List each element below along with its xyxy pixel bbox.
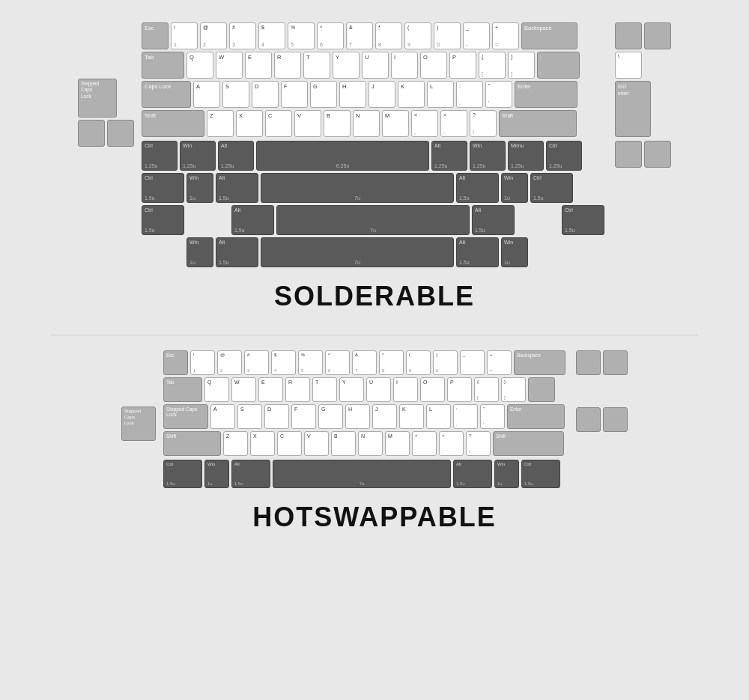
key-alt-l4[interactable]: Alt 1.5u — [216, 237, 258, 267]
hs-key-esc[interactable]: Esc — [163, 350, 188, 375]
key-alt-r3[interactable]: Alt 1.5u — [472, 205, 515, 235]
hs-key-d[interactable]: D — [264, 404, 289, 429]
key-d[interactable]: D — [252, 81, 279, 108]
key-ctrl-l1[interactable]: Ctrl 1.25u — [142, 141, 178, 171]
key-alt-l3[interactable]: Alt 1.5u — [231, 205, 274, 235]
key-c[interactable]: C — [265, 110, 292, 137]
hs-key-t[interactable]: T — [312, 377, 337, 402]
hs-key-m[interactable]: M — [385, 431, 410, 456]
key-backspace[interactable]: Backspace — [521, 22, 577, 49]
key-lbracket[interactable]: { [ — [479, 52, 506, 79]
hs-key-r[interactable]: R — [285, 377, 310, 402]
hs-key-win-r[interactable]: Win 1u — [494, 460, 519, 488]
key-ctrl-l3[interactable]: Ctrl 1.5u — [142, 205, 184, 235]
hs-key-a[interactable]: A — [210, 404, 235, 429]
key-e[interactable]: E — [245, 52, 272, 79]
hs-key-9[interactable]: ( 9 — [406, 350, 431, 375]
hs-key-comma[interactable]: < , — [412, 431, 437, 456]
hs-key-1[interactable]: ! 1 — [190, 350, 215, 375]
key-r[interactable]: R — [274, 52, 301, 79]
hs-key-w[interactable]: W — [231, 377, 256, 402]
key-backslash[interactable]: \ \ — [537, 52, 580, 79]
hs-stepped-caps-key[interactable]: SteppedCapsLock — [121, 407, 156, 441]
key-u[interactable]: U — [362, 52, 389, 79]
hs-key-rbracket[interactable]: } ] — [501, 377, 526, 402]
key-esc[interactable]: Esc — [142, 22, 169, 49]
hs-key-0[interactable]: ) 0 — [433, 350, 458, 375]
key-pipe[interactable]: \ — [615, 52, 642, 79]
key-win-l1[interactable]: Win 1.25u — [180, 141, 216, 171]
hs-key-l[interactable]: L — [426, 404, 451, 429]
key-i[interactable]: I — [391, 52, 418, 79]
hs-key-2[interactable]: @ 2 — [217, 350, 242, 375]
hs-key-ctrl-r[interactable]: Ctrl 1.5u — [521, 460, 560, 488]
key-w[interactable]: W — [216, 52, 243, 79]
hs-key-slash[interactable]: ? / — [466, 431, 491, 456]
hs-key-q[interactable]: Q — [204, 377, 229, 402]
hs-key-win-l[interactable]: Win 1u — [204, 460, 229, 488]
key-win-l2[interactable]: Win 1u — [187, 173, 213, 203]
key-9[interactable]: ( 9 — [404, 22, 431, 49]
key-quote[interactable]: " ' — [485, 81, 512, 108]
key-alt-l2[interactable]: Alt 1.5u — [216, 173, 258, 203]
key-win-l4[interactable]: Win 1u — [187, 237, 213, 267]
key-h[interactable]: H — [339, 81, 366, 108]
key-alt-r2[interactable]: Alt 1.5u — [456, 173, 499, 203]
key-enter[interactable]: Enter — [515, 81, 577, 108]
stepped-caps-key[interactable]: SteppedCapsLock — [78, 79, 117, 118]
key-period[interactable]: > . — [440, 110, 467, 137]
hs-key-k[interactable]: K — [399, 404, 424, 429]
hs-key-6[interactable]: ^ 6 — [325, 350, 350, 375]
hs-key-8[interactable]: * 8 — [379, 350, 404, 375]
key-m[interactable]: M — [382, 110, 409, 137]
hs-key-3[interactable]: # 3 — [244, 350, 269, 375]
key-comma[interactable]: < , — [411, 110, 438, 137]
key-slash[interactable]: ? / — [470, 110, 497, 137]
key-f[interactable]: F — [281, 81, 308, 108]
key-rc-tl[interactable] — [615, 22, 642, 49]
key-space-7b[interactable]: 7u — [276, 205, 470, 235]
key-lshift[interactable]: Shift — [142, 110, 204, 137]
hs-key-rc-bl[interactable] — [576, 407, 601, 432]
key-l[interactable]: L — [427, 81, 454, 108]
key-p[interactable]: P — [449, 52, 476, 79]
key-1[interactable]: ! 1 — [171, 22, 198, 49]
key-0[interactable]: ) 0 — [434, 22, 461, 49]
key-s[interactable]: S — [222, 81, 249, 108]
hs-key-backslash[interactable]: \ \ — [528, 377, 555, 402]
hs-key-alt-l[interactable]: Alt 1.5u — [231, 460, 270, 488]
key-j[interactable]: J — [369, 81, 395, 108]
key-space-7a[interactable]: 7u — [261, 173, 454, 203]
hs-key-z[interactable]: Z — [223, 431, 248, 456]
hs-key-n[interactable]: N — [358, 431, 383, 456]
key-6[interactable]: ^ 6 — [317, 22, 344, 49]
hs-key-lshift[interactable]: Shift — [163, 431, 221, 456]
hs-key-quote[interactable]: " ' — [480, 404, 505, 429]
hs-key-f[interactable]: F — [291, 404, 316, 429]
hs-key-backspace[interactable]: Backspace — [514, 350, 565, 375]
hs-key-p[interactable]: P — [447, 377, 472, 402]
key-8[interactable]: * 8 — [375, 22, 402, 49]
key-ctrl-l2[interactable]: Ctrl 1.5u — [142, 173, 184, 203]
key-3[interactable]: # 3 — [229, 22, 256, 49]
hs-key-ctrl-l[interactable]: Ctrl 1.5u — [163, 460, 202, 488]
hs-key-capslock[interactable]: Stepped Caps Lock — [163, 404, 208, 429]
key-win-r1[interactable]: Win 1.25u — [470, 141, 506, 171]
key-a[interactable]: A — [193, 81, 220, 108]
key-alt-r1[interactable]: Alt 1.25u — [431, 141, 467, 171]
key-t[interactable]: T — [303, 52, 330, 79]
key-tab[interactable]: Tab — [142, 52, 184, 79]
key-k[interactable]: K — [398, 81, 425, 108]
key-z[interactable]: Z — [207, 110, 234, 137]
hs-key-semicolon[interactable]: : ; — [453, 404, 478, 429]
extra-key-1[interactable] — [78, 120, 105, 147]
key-iso-enter[interactable]: ISOenter — [615, 81, 651, 137]
key-g[interactable]: G — [310, 81, 337, 108]
key-rshift[interactable]: Shift — [499, 110, 577, 137]
key-rbracket[interactable]: } ] — [508, 52, 535, 79]
hs-key-alt-r[interactable]: Alt 1.5u — [453, 460, 492, 488]
hs-key-h[interactable]: H — [345, 404, 370, 429]
key-rc-bl[interactable] — [615, 141, 642, 168]
hs-key-e[interactable]: E — [258, 377, 283, 402]
key-semicolon[interactable]: : ; — [456, 81, 483, 108]
